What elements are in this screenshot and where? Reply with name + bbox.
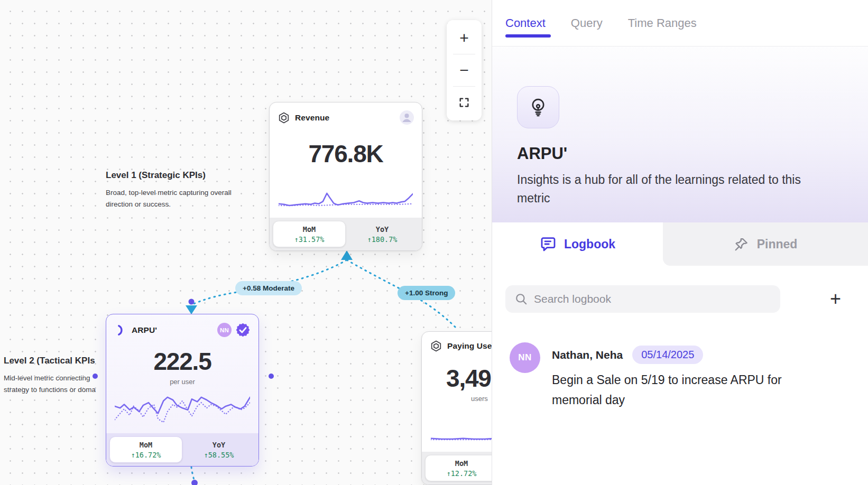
yoy-value: ↑58.55%	[204, 451, 234, 459]
mom-label: MoM	[303, 225, 316, 234]
metric-tree-canvas[interactable]: +0.58 Moderate +1.00 Strong Level 1 (Str…	[0, 0, 493, 485]
yoy-stat[interactable]: YoY ↑180.7%	[346, 221, 419, 247]
search-input[interactable]	[505, 285, 780, 313]
connection-handle[interactable]	[191, 480, 198, 485]
connection-handle[interactable]	[93, 374, 98, 379]
mom-value: ↑16.72%	[131, 451, 161, 459]
metric-unit: users	[422, 395, 493, 403]
stats-row: MoM ↑12.72%	[422, 452, 493, 484]
correlation-badge-strong[interactable]: +1.00 Strong	[398, 286, 455, 300]
connection-handle[interactable]	[189, 299, 195, 305]
verified-check-icon	[235, 322, 251, 338]
search-box	[505, 285, 780, 313]
mom-label: MoM	[140, 441, 152, 449]
mom-label: MoM	[455, 459, 468, 468]
sparkline	[106, 390, 258, 428]
edge-arrowhead-up	[341, 250, 353, 260]
entry-author: Nathan, Neha	[552, 349, 623, 361]
mom-stat[interactable]: MoM ↑31.57%	[273, 221, 346, 247]
metric-hexagon-icon	[430, 340, 442, 352]
active-tab-underline	[505, 34, 551, 38]
insight-icon-card	[517, 86, 559, 128]
fullscreen-icon	[458, 97, 470, 108]
pin-icon	[734, 236, 750, 252]
stats-row: MoM ↑16.72% YoY ↑58.55%	[106, 433, 258, 466]
yoy-label: YoY	[376, 225, 389, 234]
stats-row: MoM ↑31.57% YoY ↑180.7%	[270, 218, 422, 250]
owner-avatar-icon	[400, 110, 414, 125]
logbook-icon	[540, 236, 557, 253]
app-root: +0.58 Moderate +1.00 Strong Level 1 (Str…	[0, 0, 868, 485]
metric-title: ARPU'	[132, 325, 213, 335]
metric-node-arpu[interactable]: ARPU' NN 222.5 per user Mo	[106, 314, 259, 467]
edge-arpu-down	[191, 467, 195, 482]
zoom-out-button[interactable]: −	[447, 57, 482, 84]
sparkline	[422, 419, 493, 446]
metric-context-header: ARPU' Insights is a hub for all of the l…	[492, 46, 868, 222]
metric-title: Revenue	[295, 113, 395, 123]
tab-context[interactable]: Context	[505, 16, 546, 30]
entry-avatar: NN	[510, 342, 540, 373]
toolbar-divider	[453, 54, 475, 54]
zoom-in-button[interactable]: +	[447, 24, 482, 52]
connection-handle[interactable]	[269, 374, 274, 379]
lightbulb-icon	[528, 97, 549, 118]
add-log-entry-button[interactable]: +	[830, 290, 841, 309]
metric-value: 3,49	[422, 366, 493, 390]
mom-stat[interactable]: MoM ↑12.72%	[425, 455, 493, 481]
context-panel: Context Query Time Ranges ARPU' Insights…	[492, 0, 868, 485]
mom-stat[interactable]: MoM ↑16.72%	[109, 436, 182, 463]
collaborator-badge: NN	[217, 323, 232, 337]
yoy-label: YoY	[213, 441, 225, 449]
entry-body: Nathan, Neha 05/14/2025 Begin a Sale on …	[552, 342, 814, 411]
tab-query[interactable]: Query	[571, 16, 603, 30]
logbook-entry[interactable]: NN Nathan, Neha 05/14/2025 Begin a Sale …	[510, 342, 855, 411]
tab-logbook-label: Logbook	[564, 237, 615, 251]
metric-value: 776.8K	[270, 142, 422, 166]
toolbar-divider	[453, 86, 475, 87]
metric-node-paying-users[interactable]: Paying Users' 3,49 users MoM ↑12.72%	[421, 331, 493, 485]
panel-metric-description: Insights is a hub for all of the learnin…	[517, 171, 826, 207]
yoy-stat[interactable]: YoY ↑58.55%	[182, 436, 255, 463]
mom-value: ↑31.57%	[294, 235, 325, 244]
zoom-toolbar: + −	[447, 20, 482, 120]
entry-text: Begin a Sale on 5/19 to increase ARPU fo…	[552, 370, 814, 411]
mom-value: ↑12.72%	[447, 469, 477, 478]
tab-pinned[interactable]: Pinned	[663, 222, 868, 266]
logbook-pinned-tabs: Logbook Pinned	[492, 222, 868, 266]
metric-hexagon-icon	[278, 111, 290, 124]
metric-node-revenue[interactable]: Revenue 776.8K MoM ↑31.57%	[269, 102, 422, 251]
entry-date-badge: 05/14/2025	[632, 346, 703, 364]
tab-time-ranges[interactable]: Time Ranges	[628, 16, 697, 30]
correlation-badge-moderate[interactable]: +0.58 Moderate	[235, 281, 302, 295]
sparkline	[270, 187, 422, 212]
metric-title: Paying Users'	[447, 341, 493, 351]
edge-arrowhead-down	[186, 305, 197, 314]
tab-logbook[interactable]: Logbook	[492, 222, 663, 266]
metric-value: 222.5	[106, 349, 258, 374]
yoy-value: ↑180.7%	[367, 235, 398, 244]
tab-pinned-label: Pinned	[757, 237, 798, 251]
metric-unit: per user	[106, 378, 258, 386]
metric-arc-icon	[114, 324, 127, 337]
logbook-search-row: +	[505, 285, 855, 313]
panel-metric-name: ARPU'	[517, 144, 843, 163]
panel-tab-bar: Context Query Time Ranges	[492, 0, 868, 46]
fit-view-button[interactable]	[447, 89, 482, 116]
